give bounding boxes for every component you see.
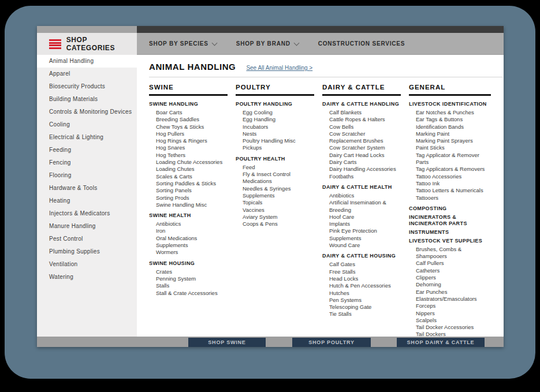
- menu-item[interactable]: Identification Bands: [409, 124, 491, 130]
- menu-item[interactable]: Tattoo Ink: [409, 180, 491, 187]
- sidebar-item-injectors-medicators[interactable]: Injectors & Medicators: [37, 207, 137, 220]
- menu-item[interactable]: Aviary System: [236, 214, 314, 221]
- menu-item[interactable]: Clippers: [409, 274, 491, 281]
- sidebar-item-hardware-tools[interactable]: Hardware & Tools: [37, 182, 137, 195]
- menu-item[interactable]: Hoof Care: [322, 214, 401, 221]
- menu-item[interactable]: Artificial Insemination & Breeding: [322, 199, 401, 214]
- menu-item[interactable]: Iron: [149, 227, 228, 234]
- shop-categories-button[interactable]: SHOP CATEGORIES: [37, 33, 137, 55]
- menu-section-title[interactable]: LIVESTOCK VET SUPPLIES: [409, 238, 491, 244]
- menu-item[interactable]: Crates: [149, 268, 228, 275]
- menu-item[interactable]: Forceps: [409, 303, 491, 309]
- sidebar-item-controls-monitoring-devices[interactable]: Controls & Monitoring Devices: [37, 106, 137, 118]
- menu-section-title[interactable]: DAIRY & CATTLE HEALTH: [322, 184, 401, 191]
- menu-item[interactable]: Pen Systems: [322, 297, 401, 304]
- menu-item[interactable]: Cow Scratcher System: [322, 144, 401, 151]
- menu-item[interactable]: Cattle Ropes & Halters: [322, 116, 401, 123]
- menu-item[interactable]: Boar Carts: [149, 109, 228, 116]
- sidebar-item-ventilation[interactable]: Ventilation: [37, 258, 137, 271]
- menu-item[interactable]: Sorting Prods: [149, 195, 228, 201]
- menu-item[interactable]: Dairy Cart Head Locks: [322, 152, 401, 159]
- menu-item[interactable]: Pink Eye Protection: [322, 227, 401, 234]
- menu-item[interactable]: Hutches: [322, 290, 401, 297]
- menu-item[interactable]: Poultry Handling Misc: [236, 137, 314, 144]
- sidebar-item-flooring[interactable]: Flooring: [37, 169, 137, 182]
- menu-item[interactable]: Stalls: [149, 282, 228, 289]
- menu-item[interactable]: Tail Dockers: [409, 331, 491, 337]
- sidebar-item-cooling[interactable]: Cooling: [37, 118, 137, 131]
- shop-button-shop-dairy-cattle[interactable]: SHOP DAIRY & CATTLE: [397, 338, 485, 347]
- sidebar-item-animal-handling[interactable]: Animal Handling: [37, 55, 137, 68]
- menu-section-title[interactable]: DAIRY & CATTLE HANDLING: [322, 101, 401, 107]
- menu-section-title[interactable]: DAIRY & CATTLE HOUSING: [322, 253, 401, 259]
- menu-item[interactable]: Medications: [236, 178, 314, 185]
- menu-item[interactable]: Tail Docker Accessories: [409, 324, 491, 331]
- menu-item[interactable]: Nippers: [409, 310, 491, 317]
- menu-item[interactable]: Implants: [322, 221, 401, 227]
- menu-item[interactable]: Footbaths: [322, 173, 401, 180]
- menu-item[interactable]: Chew Toys & Sticks: [149, 124, 228, 130]
- menu-item[interactable]: Oral Medications: [149, 235, 228, 242]
- menu-item[interactable]: Egg Handling: [236, 116, 314, 123]
- menu-section-title[interactable]: INSTRUMENTS: [409, 229, 491, 236]
- menu-section-title[interactable]: SWINE HEALTH: [149, 212, 228, 219]
- menu-item[interactable]: Breeding Saddles: [149, 116, 228, 123]
- menu-item[interactable]: Swine Handling Misc: [149, 201, 228, 208]
- menu-item[interactable]: Head Locks: [322, 275, 401, 282]
- menu-item[interactable]: Pickups: [236, 144, 314, 151]
- menu-item[interactable]: Needles & Syringes: [236, 185, 314, 192]
- menu-item[interactable]: Free Stalls: [322, 268, 401, 275]
- menu-item[interactable]: Tie Stalls: [322, 311, 401, 318]
- column-header[interactable]: GENERAL: [409, 84, 491, 96]
- column-header[interactable]: POULTRY: [236, 84, 314, 96]
- menu-item[interactable]: Paint Sticks: [409, 144, 491, 151]
- sidebar-item-pest-control[interactable]: Pest Control: [37, 233, 137, 245]
- column-header[interactable]: SWINE: [149, 84, 228, 96]
- menu-item[interactable]: Loading Chute Accessories: [149, 159, 228, 166]
- menu-item[interactable]: Wormers: [149, 249, 228, 256]
- menu-item[interactable]: Dehorning: [409, 281, 491, 288]
- menu-item[interactable]: Ear Notches & Punches: [409, 109, 491, 116]
- menu-item[interactable]: Dairy Handling Accessories: [322, 166, 401, 173]
- menu-item[interactable]: Nests: [236, 130, 314, 137]
- menu-item[interactable]: Feed: [236, 164, 314, 171]
- menu-item[interactable]: Incubators: [236, 124, 314, 130]
- menu-item[interactable]: Antibiotics: [149, 221, 228, 227]
- menu-item[interactable]: Calf Pullers: [409, 260, 491, 267]
- menu-item[interactable]: Catheters: [409, 267, 491, 274]
- menu-section-title[interactable]: COMPOSTING: [409, 206, 491, 212]
- menu-item[interactable]: Replacement Brushes: [322, 137, 401, 144]
- menu-item[interactable]: Fly & Insect Control: [236, 171, 314, 178]
- menu-item[interactable]: Stall & Crate Accessories: [149, 290, 228, 297]
- nav-item-shop-by-brand[interactable]: SHOP BY BRAND: [236, 40, 299, 47]
- menu-item[interactable]: Hutch & Pen Accessories: [322, 282, 401, 289]
- sidebar-item-heating[interactable]: Heating: [37, 195, 137, 207]
- menu-item[interactable]: Wound Care: [322, 242, 401, 249]
- menu-section-title[interactable]: POULTRY HANDLING: [236, 101, 314, 107]
- shop-button-shop-poultry[interactable]: SHOP POULTRY: [292, 338, 371, 347]
- sidebar-item-electrical-lighting[interactable]: Electrical & Lighting: [37, 131, 137, 144]
- menu-item[interactable]: Topicals: [236, 199, 314, 206]
- menu-item[interactable]: Hog Pullers: [149, 130, 228, 137]
- sidebar-item-plumbing-supplies[interactable]: Plumbing Supplies: [37, 245, 137, 258]
- nav-item-shop-by-species[interactable]: SHOP BY SPECIES: [149, 40, 217, 47]
- menu-item[interactable]: Cow Bells: [322, 124, 401, 130]
- see-all-link[interactable]: See All Animal Handling >: [246, 65, 312, 71]
- menu-item[interactable]: Marking Paint: [409, 130, 491, 137]
- menu-item[interactable]: Tag Applicators & Removers: [409, 166, 491, 173]
- menu-section-title[interactable]: SWINE HANDLING: [149, 101, 228, 107]
- menu-section-title[interactable]: LIVESTOCK IDENTIFICATION: [409, 101, 491, 107]
- menu-item[interactable]: Penning System: [149, 275, 228, 282]
- menu-item[interactable]: Egg Cooling: [236, 109, 314, 116]
- menu-item[interactable]: Coops & Pens: [236, 221, 314, 227]
- menu-item[interactable]: Hog Rings & Ringers: [149, 137, 228, 144]
- menu-item[interactable]: Calf Blankets: [322, 109, 401, 116]
- sidebar-item-watering[interactable]: Watering: [37, 271, 137, 283]
- menu-item[interactable]: Telescoping Gate: [322, 304, 401, 311]
- menu-item[interactable]: Scales & Carts: [149, 173, 228, 180]
- menu-item[interactable]: Hog Tethers: [149, 152, 228, 159]
- sidebar-item-feeding[interactable]: Feeding: [37, 144, 137, 156]
- menu-item[interactable]: Vaccines: [236, 207, 314, 214]
- menu-section-title[interactable]: INCINERATORS & INCINERATOR PARTS: [409, 214, 491, 227]
- menu-item[interactable]: Scalpels: [409, 317, 491, 324]
